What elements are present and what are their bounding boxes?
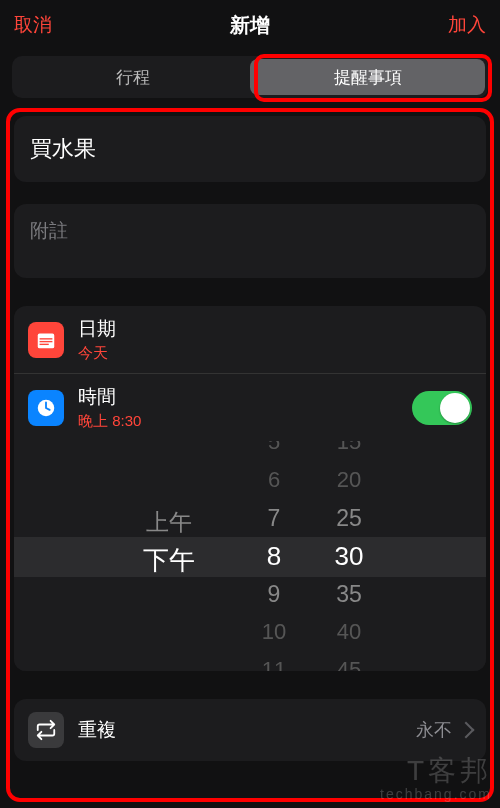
picker-column-minute[interactable]: 15 20 25 30 35 40 45 [314, 441, 384, 671]
repeat-label: 重複 [78, 717, 416, 743]
time-label: 時間 [78, 384, 412, 410]
calendar-icon [28, 322, 64, 358]
tab-reminder[interactable]: 提醒事項 [250, 59, 485, 95]
date-row[interactable]: 日期 今天 [14, 306, 486, 373]
svg-rect-3 [40, 340, 53, 341]
reminder-title-input[interactable]: 買水果 [14, 116, 486, 182]
repeat-value: 永不 [416, 718, 452, 742]
repeat-row[interactable]: 重複 永不 [14, 699, 486, 761]
time-row[interactable]: 時間 晚上 8:30 [14, 373, 486, 441]
notes-input[interactable]: 附註 [14, 204, 486, 278]
time-picker[interactable]: 上午 下午 5 6 7 8 9 10 11 15 20 25 30 [14, 441, 486, 671]
picker-column-hour[interactable]: 5 6 7 8 9 10 11 [244, 441, 304, 671]
datetime-card: 日期 今天 時間 晚上 8:30 [14, 306, 486, 671]
picker-column-ampm[interactable]: 上午 下午 [124, 441, 214, 671]
date-value: 今天 [78, 344, 472, 363]
page-title: 新增 [230, 12, 270, 39]
notes-card: 附註 [14, 204, 486, 278]
svg-rect-4 [40, 343, 49, 344]
title-card: 買水果 [14, 116, 486, 182]
date-label: 日期 [78, 316, 472, 342]
tab-event[interactable]: 行程 [15, 59, 250, 95]
svg-rect-2 [40, 338, 53, 339]
cancel-button[interactable]: 取消 [14, 12, 52, 38]
nav-bar: 取消 新增 加入 [0, 0, 500, 50]
repeat-card: 重複 永不 [14, 699, 486, 761]
type-segmented-control: 行程 提醒事項 [0, 50, 500, 108]
add-button[interactable]: 加入 [448, 12, 486, 38]
repeat-icon [28, 712, 64, 748]
time-value: 晚上 8:30 [78, 412, 412, 431]
time-toggle[interactable] [412, 391, 472, 425]
chevron-right-icon [458, 722, 475, 739]
clock-icon [28, 390, 64, 426]
